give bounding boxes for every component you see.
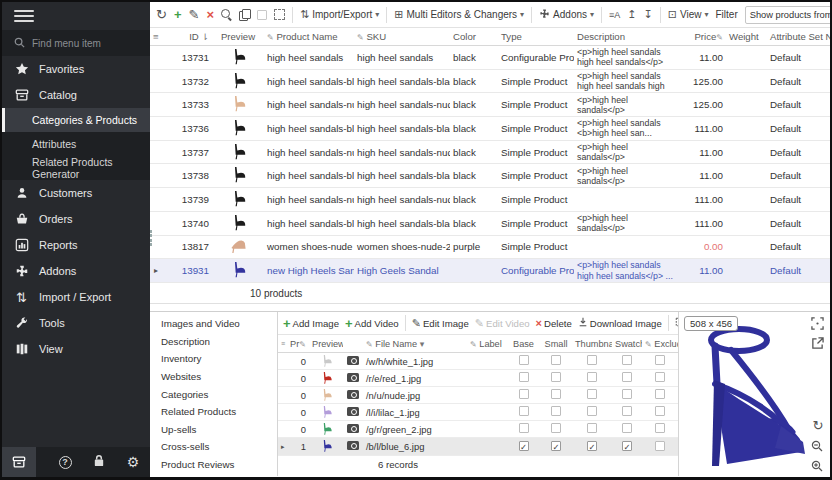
thumbnail-checkbox[interactable]: [587, 372, 597, 382]
product-row[interactable]: 13931 new High Heels Sandals High Geels …: [150, 259, 830, 283]
column-menu-icon[interactable]: ≡: [278, 340, 287, 347]
swatch-checkbox[interactable]: [622, 355, 632, 365]
add-video-button[interactable]: +Add Video: [345, 317, 399, 330]
add-image-button[interactable]: +Add Image: [283, 317, 339, 330]
product-row[interactable]: 13732 high heel sandals-black high heel …: [150, 70, 830, 94]
column-header-color[interactable]: Color: [450, 31, 498, 42]
sidebar-item-import-export[interactable]: ⇅ Import / Export: [2, 284, 150, 310]
panel-splitter[interactable]: [150, 230, 153, 246]
detail-tab[interactable]: Description: [150, 333, 277, 351]
thumbnail-checkbox[interactable]: [587, 406, 597, 416]
hamburger-menu-icon[interactable]: [14, 7, 34, 25]
detail-tab[interactable]: Cross-sells: [150, 438, 277, 456]
sidebar-item-view[interactable]: View: [2, 336, 150, 362]
column-header-base[interactable]: Base: [507, 339, 540, 349]
search-products-button[interactable]: [221, 9, 232, 20]
base-checkbox[interactable]: ✓: [519, 441, 529, 451]
exclude-checkbox[interactable]: [655, 372, 665, 382]
sidebar-item-tools[interactable]: Tools: [2, 310, 150, 336]
column-header-sku[interactable]: ✎ SKU: [354, 31, 450, 42]
lock-button[interactable]: [82, 447, 116, 477]
small-checkbox[interactable]: [551, 355, 561, 365]
sidebar-item-related-products-generator[interactable]: Related Products Generator: [2, 156, 150, 180]
small-checkbox[interactable]: [551, 389, 561, 399]
add-product-button[interactable]: +: [174, 8, 182, 21]
collapse-rows-button[interactable]: ↧: [644, 9, 653, 20]
column-header-exclude[interactable]: ✎ Exclude: [642, 339, 678, 349]
exclude-checkbox[interactable]: [655, 423, 665, 433]
column-header-price[interactable]: Price✎: [680, 31, 726, 42]
column-header-file-name[interactable]: ✎ File Name ▾: [363, 339, 467, 349]
rotate-icon[interactable]: ↻: [811, 418, 825, 432]
image-row[interactable]: 0 /n/u/nude.jpg: [278, 387, 678, 404]
product-row[interactable]: 13740 high heel sandals-black-38 high he…: [150, 212, 830, 236]
base-checkbox[interactable]: [519, 423, 529, 433]
sidebar-item-addons[interactable]: Addons: [2, 258, 150, 284]
column-header-priority[interactable]: Pr✎: [287, 339, 309, 349]
product-row[interactable]: 13817 women shoes-nude women shoes-nude-…: [150, 236, 830, 260]
sort-az-button[interactable]: ≡A: [609, 10, 620, 20]
column-header-type[interactable]: Type: [498, 31, 574, 42]
image-row[interactable]: 1 /b/l/blue_6.jpg ✓ ✓: [278, 438, 678, 455]
base-checkbox[interactable]: [519, 372, 529, 382]
column-header-thumbnail[interactable]: Thumbna: [572, 339, 612, 349]
column-header-label[interactable]: ✎ Label: [467, 339, 507, 349]
thumbnail-checkbox[interactable]: ✓: [587, 441, 597, 451]
swatch-checkbox[interactable]: ✓: [622, 441, 632, 451]
menu-search-input[interactable]: Find menu item: [2, 30, 150, 56]
column-header-swatch[interactable]: Swatch: [612, 339, 642, 349]
detail-tab[interactable]: Up-sells: [150, 421, 277, 439]
paste-button[interactable]: [257, 10, 267, 20]
small-checkbox[interactable]: [551, 406, 561, 416]
import-export-menu[interactable]: ⇅ Import/Export▾: [300, 9, 379, 20]
open-external-button[interactable]: [811, 336, 825, 350]
store-button[interactable]: [2, 447, 36, 477]
sidebar-item-catalog[interactable]: Catalog: [2, 82, 150, 108]
swatch-checkbox[interactable]: [622, 406, 632, 416]
base-checkbox[interactable]: [519, 406, 529, 416]
sidebar-item-attributes[interactable]: Attributes: [2, 132, 150, 156]
image-row[interactable]: 0 /l/i/lilac_1.jpg: [278, 404, 678, 421]
detail-tab[interactable]: Categories: [150, 385, 277, 403]
category-filter-select[interactable]: Show products from selected categories▾: [745, 6, 830, 24]
small-checkbox[interactable]: ✓: [551, 441, 561, 451]
image-row[interactable]: 0 /w/h/white_1.jpg: [278, 353, 678, 370]
image-row[interactable]: 0 /r/e/red_1.jpg: [278, 370, 678, 387]
base-checkbox[interactable]: [519, 355, 529, 365]
sidebar-item-customers[interactable]: Customers: [2, 180, 150, 206]
swatch-checkbox[interactable]: [622, 423, 632, 433]
fit-to-screen-button[interactable]: [811, 316, 825, 330]
copy-button[interactable]: [239, 9, 250, 20]
zoom-in-button[interactable]: [811, 458, 825, 472]
exclude-checkbox[interactable]: [655, 441, 665, 451]
expand-rows-button[interactable]: ↥: [627, 9, 636, 20]
detail-tab[interactable]: Related Products: [150, 403, 277, 421]
thumbnail-checkbox[interactable]: [587, 355, 597, 365]
multi-editors-menu[interactable]: ⊞ Multi Editors & Changers▾: [394, 9, 524, 20]
detail-tab[interactable]: Images and Video: [150, 315, 277, 333]
column-header-id[interactable]: ID ⇂: [162, 31, 212, 42]
product-row[interactable]: 13737 high heel sandals-nude-36 high hee…: [150, 141, 830, 165]
column-header-preview[interactable]: Preview: [212, 31, 264, 42]
edit-video-button[interactable]: ✎Edit Video: [475, 318, 530, 329]
exclude-checkbox[interactable]: [655, 406, 665, 416]
download-image-button[interactable]: Download Image: [578, 317, 662, 329]
base-checkbox[interactable]: [519, 389, 529, 399]
exclude-checkbox[interactable]: [655, 389, 665, 399]
small-checkbox[interactable]: [551, 372, 561, 382]
image-row[interactable]: 0 /g/r/green_2.jpg: [278, 421, 678, 438]
column-header-product-name[interactable]: ✎ Product Name: [264, 31, 354, 42]
column-header-description[interactable]: Description: [574, 31, 680, 42]
edit-image-button[interactable]: ✎Edit Image: [412, 318, 469, 329]
small-checkbox[interactable]: [551, 423, 561, 433]
product-row[interactable]: 13731 high heel sandals high heel sandal…: [150, 46, 830, 70]
column-header-attribute-set[interactable]: Attribute Set Name: [762, 31, 830, 42]
sidebar-item-orders[interactable]: Orders: [2, 206, 150, 232]
view-menu[interactable]: ⊡ View▾: [668, 9, 709, 20]
column-header-small[interactable]: Small: [540, 339, 572, 349]
swatch-checkbox[interactable]: [622, 372, 632, 382]
settings-button[interactable]: ⚙: [116, 447, 150, 477]
refresh-button[interactable]: ↻: [156, 8, 167, 21]
zoom-out-button[interactable]: [811, 438, 825, 452]
detail-tab[interactable]: Product Reviews: [150, 456, 277, 474]
